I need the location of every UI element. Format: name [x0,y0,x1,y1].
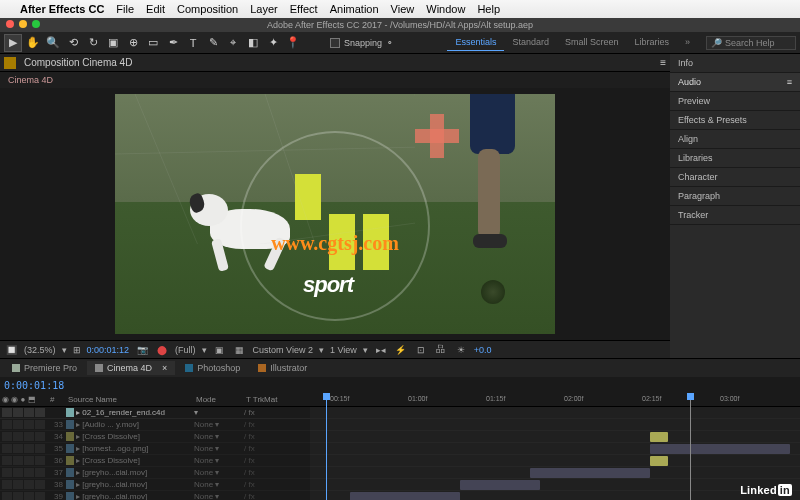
timeline-track[interactable] [310,419,800,431]
zoom-tool[interactable]: 🔍 [44,34,62,52]
layer-row[interactable]: ▸ 02_16_render_end.c4d ▾/ fx [0,407,310,419]
menu-layer[interactable]: Layer [250,3,278,15]
3d-view-dropdown[interactable]: Custom View 2 [253,345,313,355]
panel-effects-presets[interactable]: Effects & Presets [670,111,800,130]
layer-row[interactable]: 39 ▸ [greyho...cial.mov]None ▾/ fx [0,491,310,500]
reset-exposure-icon[interactable]: ☀ [454,343,468,357]
exposure-value[interactable]: +0.0 [474,345,492,355]
view-count-dropdown[interactable]: 1 View [330,345,357,355]
workspace-essentials[interactable]: Essentials [447,34,504,51]
pixel-aspect-icon[interactable]: ▸◂ [374,343,388,357]
panel-align[interactable]: Align [670,130,800,149]
clip[interactable] [350,492,460,500]
tab-illustrator[interactable]: Illustrator [250,361,315,375]
timeline-track[interactable] [310,455,800,467]
panel-tracker[interactable]: Tracker [670,206,800,225]
timeline-track[interactable] [310,443,800,455]
tab-cinema4d[interactable]: Cinema 4D× [87,361,175,375]
menu-help[interactable]: Help [477,3,500,15]
work-area-end[interactable] [690,393,691,500]
type-tool[interactable]: T [184,34,202,52]
composition-viewer[interactable]: sport www.cgtsj.com [0,88,670,340]
clip[interactable] [530,468,650,478]
time-ruler[interactable]: 00:15f01:00f01:15f02:00f02:15f03:00f [310,393,800,407]
puppet-tool[interactable]: 📍 [284,34,302,52]
menu-window[interactable]: Window [426,3,465,15]
clone-tool[interactable]: ⌖ [224,34,242,52]
panel-menu-icon[interactable]: ≡ [660,57,666,68]
layer-row[interactable]: 34 ▸ [Cross Dissolve]None ▾/ fx [0,431,310,443]
panel-character[interactable]: Character [670,168,800,187]
search-help-input[interactable]: 🔎 Search Help [706,36,796,50]
zoom-level[interactable]: (32.5%) [24,345,56,355]
panel-info[interactable]: Info [670,54,800,73]
snapping-toggle[interactable]: Snapping ⚬ [330,38,394,48]
playhead[interactable] [326,393,327,500]
timeline-track[interactable] [310,431,800,443]
eraser-tool[interactable]: ◧ [244,34,262,52]
hand-tool[interactable]: ✋ [24,34,42,52]
composition-breadcrumb[interactable]: Cinema 4D [0,72,670,88]
menu-composition[interactable]: Composition [177,3,238,15]
orbit-tool[interactable]: ⟲ [64,34,82,52]
pan-behind-tool[interactable]: ⊕ [124,34,142,52]
window-titlebar: Adobe After Effects CC 2017 - /Volumes/H… [0,18,800,32]
resolution-dropdown[interactable]: ⊞ [73,345,81,355]
timeline-icon[interactable]: ⊡ [414,343,428,357]
panel-audio[interactable]: Audio≡ [670,73,800,92]
roto-tool[interactable]: ✦ [264,34,282,52]
workspace-libraries[interactable]: Libraries [626,34,677,51]
composition-tab[interactable]: Composition Cinema 4D [24,57,132,68]
resolution-label[interactable]: (Full) [175,345,196,355]
channel-icon[interactable]: ⬤ [155,343,169,357]
workspace-standard[interactable]: Standard [504,34,557,51]
menu-effect[interactable]: Effect [290,3,318,15]
menu-view[interactable]: View [391,3,415,15]
workspace-small-screen[interactable]: Small Screen [557,34,627,51]
ruler-tick: 01:00f [408,395,427,402]
panel-menu-icon[interactable]: ≡ [787,77,792,87]
timeline-timecode[interactable]: 0:00:01:18 [4,380,64,391]
rotate-tool[interactable]: ↻ [84,34,102,52]
timeline-track[interactable] [310,479,800,491]
current-timecode[interactable]: 0:00:01:12 [87,345,130,355]
clip[interactable] [460,480,540,490]
grid-icon[interactable]: ▦ [233,343,247,357]
timeline-track[interactable] [310,467,800,479]
snapping-checkbox[interactable] [330,38,340,48]
shape-tool[interactable]: ▭ [144,34,162,52]
clip[interactable] [650,432,668,442]
snapshot-icon[interactable]: 📷 [135,343,149,357]
layer-row[interactable]: 38 ▸ [greyho...cial.mov]None ▾/ fx [0,479,310,491]
workspace-switcher: Essentials Standard Small Screen Librari… [447,34,698,51]
brush-tool[interactable]: ✎ [204,34,222,52]
layer-row[interactable]: 36 ▸ [Cross Dissolve]None ▾/ fx [0,455,310,467]
flowchart-icon[interactable]: 品 [434,343,448,357]
menu-file[interactable]: File [116,3,134,15]
tab-premiere[interactable]: Premiere Pro [4,361,85,375]
timeline-track[interactable] [310,407,800,419]
magnify-icon[interactable]: 🔲 [4,343,18,357]
roi-icon[interactable]: ▣ [213,343,227,357]
camera-tool[interactable]: ▣ [104,34,122,52]
tab-photoshop[interactable]: Photoshop [177,361,248,375]
app-menu[interactable]: After Effects CC [20,3,104,15]
clip[interactable] [650,456,668,466]
menu-edit[interactable]: Edit [146,3,165,15]
timeline-tracks[interactable]: 00:15f01:00f01:15f02:00f02:15f03:00f [310,393,800,500]
menu-animation[interactable]: Animation [330,3,379,15]
fast-preview-icon[interactable]: ⚡ [394,343,408,357]
panel-paragraph[interactable]: Paragraph [670,187,800,206]
layer-row[interactable]: 35 ▸ [homest...ogo.png]None ▾/ fx [0,443,310,455]
traffic-lights[interactable] [6,20,40,28]
selection-tool[interactable]: ▶ [4,34,22,52]
pen-tool[interactable]: ✒ [164,34,182,52]
layer-row[interactable]: 37 ▸ [greyho...cial.mov]None ▾/ fx [0,467,310,479]
snap-opts-icon[interactable]: ⚬ [386,38,394,48]
panel-libraries[interactable]: Libraries [670,149,800,168]
clip[interactable] [650,444,790,454]
layer-row[interactable]: 33 ▸ [Audio ... y.mov]None ▾/ fx [0,419,310,431]
timeline-track[interactable] [310,491,800,500]
workspace-more[interactable]: » [677,34,698,51]
panel-preview[interactable]: Preview [670,92,800,111]
